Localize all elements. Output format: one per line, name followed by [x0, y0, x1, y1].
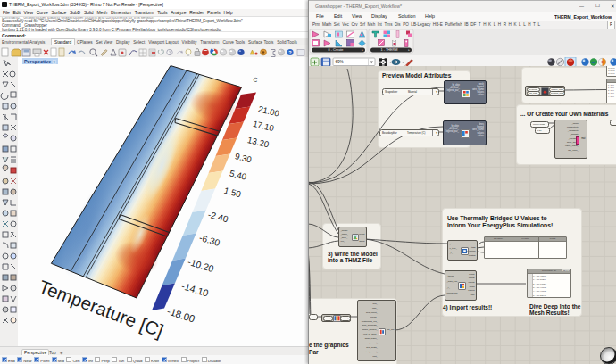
svg-text:69%: 69%	[336, 60, 344, 64]
svg-text:5.40: 5.40	[229, 168, 248, 181]
svg-text:-10.20: -10.20	[187, 256, 215, 274]
svg-text:-2.40: -2.40	[207, 210, 229, 225]
svg-text:1 - THERM: 1 - THERM	[381, 48, 398, 52]
svg-text:17.10: 17.10	[252, 119, 275, 133]
svg-text:▸: ▸	[362, 48, 363, 52]
svg-text:-18.00: -18.00	[166, 305, 196, 324]
svg-text:1.50: 1.50	[223, 186, 243, 200]
svg-text:9.30: 9.30	[234, 151, 254, 164]
svg-text:0 - Create: 0 - Create	[329, 48, 344, 52]
svg-text:13.20: 13.20	[246, 135, 271, 150]
svg-text:-6.30: -6.30	[198, 233, 221, 248]
svg-text:-14.10: -14.10	[180, 280, 210, 299]
svg-text:C: C	[253, 76, 259, 83]
svg-text:21.00: 21.00	[257, 103, 280, 118]
svg-text:▸: ▸	[408, 48, 410, 52]
svg-text:Temperature [C]: Temperature [C]	[37, 276, 167, 341]
